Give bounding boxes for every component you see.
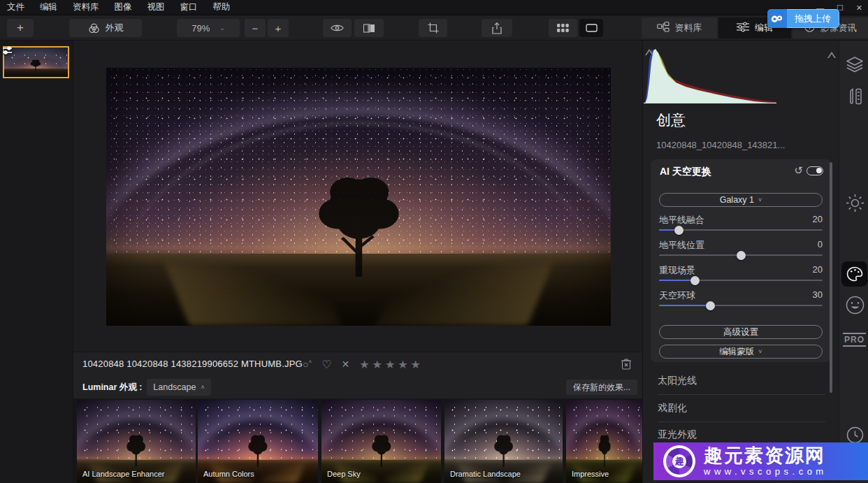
close-button[interactable]: ✕ bbox=[856, 3, 862, 13]
watermark-logo: 趣 bbox=[663, 445, 695, 477]
preset-label: AI Landscape Enhancer bbox=[82, 470, 164, 478]
palette-icon bbox=[846, 266, 863, 282]
rgb-circles-icon bbox=[88, 23, 100, 34]
chevron-down-icon: ˅ bbox=[758, 348, 762, 355]
layers-icon[interactable] bbox=[845, 55, 865, 74]
star-rating[interactable]: ★★★★★ bbox=[359, 358, 424, 371]
filters-icon[interactable] bbox=[2, 45, 13, 58]
panel-scrollbar[interactable] bbox=[830, 162, 832, 393]
essentials-sun-icon[interactable] bbox=[845, 193, 865, 212]
menu-file[interactable]: 文件 bbox=[7, 1, 24, 13]
active-image-thumbnail[interactable] bbox=[3, 46, 69, 78]
relight-scene-slider[interactable] bbox=[659, 280, 823, 281]
edit-tools-icon[interactable] bbox=[845, 87, 865, 106]
save-new-look-button[interactable]: 保存新的效果... bbox=[566, 380, 637, 395]
preset-label: Autumn Colors bbox=[203, 470, 254, 478]
preset-label: Dramatic Landscape bbox=[450, 470, 521, 478]
edited-image-name: 10420848_10420848_143821... bbox=[656, 140, 785, 150]
sliders-icon bbox=[737, 22, 749, 34]
zoom-level-dropdown[interactable]: 79% ⌄ bbox=[177, 19, 240, 37]
image-info-bar: 10420848 10420848 1438219906652 MTHUMB.J… bbox=[73, 352, 642, 375]
cloud-drive-icon bbox=[767, 9, 787, 28]
zoom-out-button[interactable]: − bbox=[245, 19, 266, 37]
trash-button[interactable] bbox=[621, 358, 631, 373]
app-window: 文件 编辑 资料库 图像 视图 窗口 帮助 — ☐ ✕ + 外观 79% ⌄ −… bbox=[0, 0, 868, 483]
slider-value: 20 bbox=[813, 264, 823, 275]
section-sunrays[interactable]: 太阳光线 bbox=[658, 375, 697, 387]
single-image-icon bbox=[586, 24, 598, 32]
edit-mask-button[interactable]: 编辑蒙版 ˅ bbox=[659, 345, 823, 359]
gallery-view-button[interactable] bbox=[549, 19, 577, 37]
looks-panel-button[interactable]: 外观 bbox=[69, 19, 142, 37]
horizon-position-slider[interactable] bbox=[659, 254, 823, 256]
eye-icon bbox=[331, 24, 344, 32]
favorite-heart-button[interactable]: ♡ bbox=[321, 358, 331, 371]
menu-library[interactable]: 资料库 bbox=[73, 1, 99, 13]
shadow-clipping-indicator[interactable] bbox=[645, 49, 653, 55]
slider-value: 30 bbox=[813, 289, 823, 300]
looks-bar: Luminar 外观 : Landscape ˄ 保存新的效果... bbox=[73, 375, 642, 398]
highlight-clipping-indicator[interactable] bbox=[827, 52, 836, 58]
compare-button[interactable] bbox=[354, 19, 384, 37]
horizon-blending-slider[interactable] bbox=[659, 229, 823, 231]
preset-label: Deep Sky bbox=[327, 470, 361, 478]
menu-help[interactable]: 帮助 bbox=[213, 1, 231, 13]
toolbar: + 外观 79% ⌄ − + bbox=[0, 15, 868, 41]
panel-enabled-toggle[interactable] bbox=[806, 166, 823, 175]
history-clock-icon[interactable] bbox=[845, 425, 865, 445]
advanced-settings-button[interactable]: 高级设置 bbox=[659, 325, 823, 339]
menu-view[interactable]: 视图 bbox=[147, 1, 165, 13]
slider-value: 20 bbox=[813, 214, 823, 224]
watermark-url: www.vscops.com bbox=[704, 466, 827, 477]
zoom-in-button[interactable]: + bbox=[268, 19, 289, 37]
sky-preset-dropdown[interactable]: Galaxy 1 ˅ bbox=[659, 193, 823, 207]
library-icon bbox=[657, 22, 670, 34]
compare-split-icon bbox=[363, 24, 375, 33]
preset-thumbnail-ai-landscape-enhancer[interactable]: AI Landscape Enhancer bbox=[77, 400, 196, 483]
preset-thumbnail-deep-sky[interactable]: Deep Sky bbox=[321, 400, 441, 483]
chevron-down-icon: ⌄ bbox=[219, 24, 225, 31]
pro-tab[interactable]: PRO bbox=[843, 333, 866, 347]
menubar: 文件 编辑 资料库 图像 视图 窗口 帮助 — ☐ ✕ bbox=[0, 0, 868, 15]
looks-bar-label: Luminar 外观 : bbox=[82, 382, 142, 394]
crop-button[interactable] bbox=[419, 19, 447, 37]
chevron-up-icon: ˄ bbox=[201, 384, 204, 391]
histogram bbox=[644, 46, 776, 103]
preset-filmstrip: AI Landscape Enhancer Autumn Colors Deep… bbox=[73, 398, 642, 483]
thumbnail-image bbox=[4, 48, 68, 77]
category-title: 创意 bbox=[656, 110, 686, 130]
clear-rating-button[interactable]: ✕ bbox=[341, 359, 349, 370]
add-image-button[interactable]: + bbox=[7, 19, 34, 37]
section-dramatic[interactable]: 戏剧化 bbox=[658, 402, 687, 414]
library-tab[interactable]: 资料库 bbox=[642, 17, 717, 38]
image-filename: 10420848 10420848 1438219906652 MTHUMB.J… bbox=[82, 359, 303, 369]
chevron-up-icon: ˄ bbox=[308, 359, 312, 365]
drag-upload-badge[interactable]: 拖拽上传 bbox=[767, 9, 839, 28]
ai-sky-replacement-panel: AI 天空更换 ↺ Galaxy 1 ˅ 地平线融合 20 地平线位置 0 重现… bbox=[651, 159, 831, 362]
drag-upload-label: 拖拽上传 bbox=[787, 9, 839, 28]
preset-thumbnail-impressive[interactable]: Impressive bbox=[566, 400, 642, 483]
color-label-button[interactable]: ○˄ bbox=[303, 359, 312, 370]
preview-eye-button[interactable] bbox=[323, 19, 352, 37]
preset-thumbnail-dramatic-landscape[interactable]: Dramatic Landscape bbox=[444, 400, 563, 483]
section-matte-look[interactable]: 亚光外观 bbox=[658, 428, 697, 441]
preset-thumbnail-autumn-colors[interactable]: Autumn Colors bbox=[198, 400, 318, 483]
slider-value: 0 bbox=[818, 239, 823, 250]
export-button[interactable] bbox=[482, 19, 512, 37]
edit-panel: 创意 10420848_10420848_143821... AI 天空更换 ↺… bbox=[642, 41, 839, 483]
looks-category-dropdown[interactable]: Landscape ˄ bbox=[147, 379, 211, 396]
slider-label: 地平线位置 bbox=[659, 239, 704, 252]
reset-icon[interactable]: ↺ bbox=[794, 164, 803, 177]
portrait-smiley-icon[interactable] bbox=[845, 295, 865, 315]
main-photo[interactable] bbox=[106, 68, 611, 326]
creative-palette-tab[interactable] bbox=[841, 261, 867, 287]
menu-edit[interactable]: 编辑 bbox=[40, 1, 57, 13]
canvas-area bbox=[73, 41, 642, 352]
preset-label: Impressive bbox=[572, 470, 609, 478]
slider-label: 地平线融合 bbox=[659, 214, 704, 226]
single-view-button[interactable] bbox=[579, 19, 603, 37]
sky-globe-slider[interactable] bbox=[659, 305, 823, 306]
watermark-banner: 趣 趣元素资源网 www.vscops.com bbox=[653, 442, 868, 480]
menu-window[interactable]: 窗口 bbox=[180, 1, 198, 13]
menu-image[interactable]: 图像 bbox=[115, 1, 132, 13]
